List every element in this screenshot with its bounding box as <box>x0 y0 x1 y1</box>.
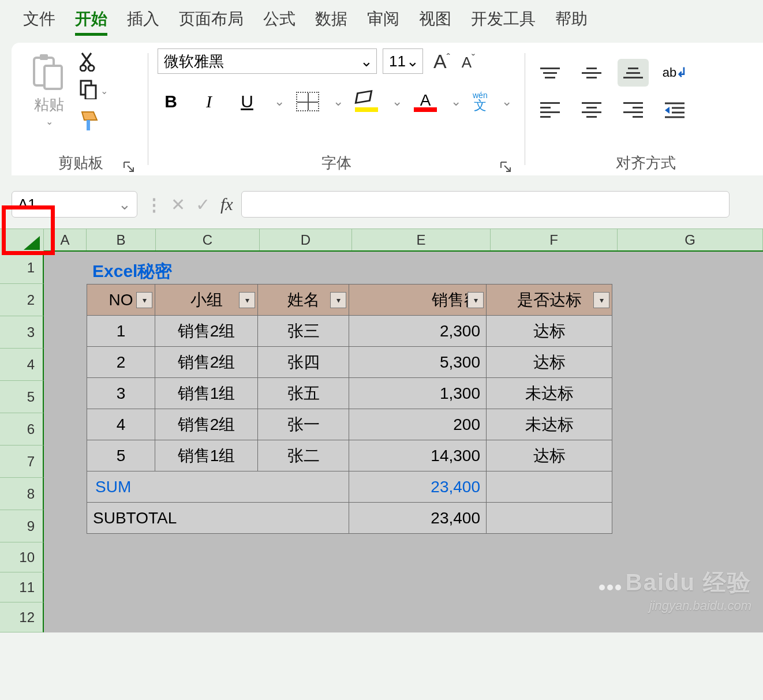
row-header-2[interactable]: 2 <box>0 284 44 316</box>
svg-rect-2 <box>44 66 62 89</box>
tab-review[interactable]: 审阅 <box>367 8 399 30</box>
filter-icon[interactable]: ▾ <box>593 292 609 308</box>
bold-button[interactable]: B <box>158 92 184 111</box>
formula-more-icon[interactable]: ⋮ <box>145 194 160 215</box>
underline-button[interactable]: U <box>234 92 260 111</box>
sum-row[interactable]: SUM 23,400 <box>87 471 612 503</box>
tab-file[interactable]: 文件 <box>23 8 55 30</box>
table-row[interactable]: 5销售1组张二14,300达标 <box>87 440 612 471</box>
tab-view[interactable]: 视图 <box>419 8 451 30</box>
italic-button[interactable]: I <box>196 92 222 111</box>
align-left-button[interactable] <box>534 96 566 123</box>
font-size-value: 11 <box>389 53 406 70</box>
font-color-dropdown-icon[interactable]: ⌄ <box>451 94 461 109</box>
filter-icon[interactable]: ▾ <box>239 292 255 308</box>
th-sales[interactable]: 销售额▾ <box>349 285 487 316</box>
paste-icon[interactable] <box>31 53 68 93</box>
th-name[interactable]: 姓名▾ <box>258 285 349 316</box>
row-header-7[interactable]: 7 <box>0 446 44 478</box>
row-header-12[interactable]: 12 <box>0 602 44 632</box>
decrease-font-button[interactable]: Aˇ <box>462 53 475 70</box>
row-header-10[interactable]: 10 <box>0 542 44 572</box>
svg-point-4 <box>88 65 94 71</box>
align-right-button[interactable] <box>618 96 649 123</box>
copy-button[interactable] <box>80 80 97 102</box>
row-header-1[interactable]: 1 <box>0 252 44 284</box>
table-row[interactable]: 1销售2组张三2,300达标 <box>87 316 612 347</box>
tab-formulas[interactable]: 公式 <box>263 8 296 30</box>
group-alignment: ab↲ 对齐方式 <box>529 43 763 175</box>
align-middle-button[interactable] <box>576 59 607 87</box>
group-label-alignment: 对齐方式 <box>616 153 676 173</box>
row-header-4[interactable]: 4 <box>0 349 44 381</box>
ribbon: 粘贴 ⌄ ⌄ 剪贴板 <box>12 43 763 175</box>
tab-home[interactable]: 开始 <box>75 8 107 30</box>
table-row[interactable]: 2销售2组张四5,300达标 <box>87 347 612 378</box>
fill-color-button[interactable] <box>355 91 378 112</box>
tab-layout[interactable]: 页面布局 <box>179 8 244 30</box>
row-header-5[interactable]: 5 <box>0 381 44 413</box>
fill-color-dropdown-icon[interactable]: ⌄ <box>392 94 402 109</box>
row-header-9[interactable]: 9 <box>0 510 44 542</box>
insert-function-button[interactable]: fx <box>220 194 233 214</box>
sheet-title[interactable]: Excel秘密 <box>87 252 178 283</box>
borders-button[interactable] <box>296 92 319 111</box>
subtotal-row[interactable]: SUBTOTAL 23,400 <box>87 503 612 534</box>
cancel-formula-icon[interactable]: ✕ <box>171 194 185 215</box>
cut-button[interactable] <box>80 52 108 72</box>
borders-dropdown-icon[interactable]: ⌄ <box>333 94 343 109</box>
font-name-select[interactable]: 微软雅黑 ⌄ <box>158 48 377 74</box>
font-color-button[interactable]: A <box>414 91 437 112</box>
tab-data[interactable]: 数据 <box>315 8 347 30</box>
clipboard-launcher-icon[interactable] <box>122 159 135 172</box>
align-bottom-button[interactable] <box>618 59 649 87</box>
row-header-3[interactable]: 3 <box>0 316 44 349</box>
group-label-font: 字体 <box>321 153 351 173</box>
watermark: Baidu 经验 jingyan.baidu.com <box>598 567 751 613</box>
tab-insert[interactable]: 插入 <box>127 8 159 30</box>
formula-bar[interactable] <box>241 191 730 218</box>
paste-label[interactable]: 粘贴 <box>34 95 64 115</box>
decrease-indent-button[interactable] <box>659 96 690 123</box>
table-row[interactable]: 3销售1组张五1,300未达标 <box>87 378 612 409</box>
th-group[interactable]: 小组▾ <box>155 285 258 316</box>
filter-icon[interactable]: ▾ <box>136 292 152 308</box>
svg-point-3 <box>80 65 86 71</box>
phonetic-dropdown-icon[interactable]: ⌄ <box>502 94 512 109</box>
wrap-text-button[interactable]: ab↲ <box>659 59 690 87</box>
increase-font-button[interactable]: Aˆ <box>433 51 450 71</box>
phonetic-guide-button[interactable]: wén 文 <box>473 91 488 112</box>
column-header-G[interactable]: G <box>618 229 763 250</box>
align-top-button[interactable] <box>534 59 566 87</box>
chevron-down-icon[interactable]: ⌄ <box>118 196 131 214</box>
column-header-F[interactable]: F <box>491 229 618 250</box>
filter-icon[interactable]: ▾ <box>467 292 484 308</box>
align-center-button[interactable] <box>576 96 607 123</box>
ribbon-tabs: 文件 开始 插入 页面布局 公式 数据 审阅 视图 开发工具 帮助 <box>0 0 763 32</box>
paste-dropdown-icon[interactable]: ⌄ <box>46 116 53 127</box>
group-font: 微软雅黑 ⌄ 11 ⌄ Aˆ Aˇ B I U ⌄ ⌄ <box>152 43 521 175</box>
svg-rect-6 <box>85 85 96 99</box>
row-header-11[interactable]: 11 <box>0 572 44 602</box>
table-row[interactable]: 4销售2组张一200未达标 <box>87 409 612 440</box>
column-header-D[interactable]: D <box>260 229 352 250</box>
underline-dropdown-icon[interactable]: ⌄ <box>274 94 285 109</box>
row-header-6[interactable]: 6 <box>0 413 44 446</box>
tab-developer[interactable]: 开发工具 <box>471 8 536 30</box>
column-header-C[interactable]: C <box>156 229 260 250</box>
th-pass[interactable]: 是否达标▾ <box>487 285 612 316</box>
accept-formula-icon[interactable]: ✓ <box>196 194 210 215</box>
table-header-row: NO▾ 小组▾ 姓名▾ 销售额▾ 是否达标▾ <box>87 285 612 316</box>
formula-bar-row: A1 ⌄ ⋮ ✕ ✓ fx <box>12 189 763 219</box>
font-launcher-icon[interactable] <box>499 159 512 172</box>
th-no[interactable]: NO▾ <box>87 285 155 316</box>
format-painter-button[interactable] <box>80 110 108 132</box>
copy-dropdown-icon[interactable]: ⌄ <box>100 85 108 96</box>
row-header-8[interactable]: 8 <box>0 478 44 510</box>
tab-help[interactable]: 帮助 <box>555 8 588 30</box>
chevron-down-icon: ⌄ <box>360 53 373 70</box>
filter-icon[interactable]: ▾ <box>330 292 346 308</box>
column-header-E[interactable]: E <box>352 229 491 250</box>
font-size-select[interactable]: 11 ⌄ <box>383 48 423 74</box>
column-header-B[interactable]: B <box>87 229 156 250</box>
